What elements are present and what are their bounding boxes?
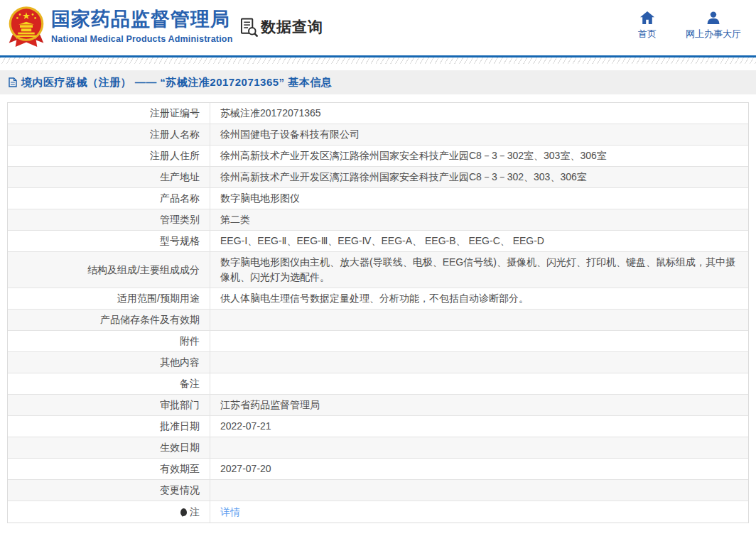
row-label: 生产地址: [8, 167, 210, 187]
detail-link[interactable]: 详情: [220, 505, 240, 520]
table-row: 适用范围/预期用途供人体脑电生理信号数据定量处理、分析功能，不包括自动诊断部分。: [8, 288, 748, 310]
row-value: [210, 373, 748, 394]
row-label: 管理类别: [8, 209, 210, 230]
table-row: 备注: [8, 373, 748, 395]
row-value: 徐州国健电子设备科技有限公司: [210, 124, 748, 145]
row-label: 有效期至: [8, 459, 210, 479]
row-label: 审批部门: [8, 395, 210, 415]
table-row: 注册人住所徐州高新技术产业开发区漓江路徐州国家安全科技产业园C8－3－302室、…: [8, 146, 748, 167]
hatch-strip: [0, 58, 756, 64]
nav-home[interactable]: 首页: [627, 11, 667, 40]
row-value: 苏械注准20172071365: [210, 103, 748, 124]
row-label: 注: [8, 501, 210, 523]
row-label: 生效日期: [8, 437, 210, 458]
note-icon: [180, 508, 187, 516]
row-label: 适用范围/预期用途: [8, 288, 210, 309]
table-row: 生效日期: [8, 437, 748, 459]
row-label: 产品名称: [8, 188, 210, 209]
table-row: 变更情况: [8, 480, 748, 501]
row-label: 变更情况: [8, 480, 210, 501]
national-emblem-icon: [7, 6, 45, 48]
row-value: 数字脑电地形图仪由主机、放大器(导联线、电极、EEG信号线)、摄像机、闪光灯、打…: [210, 252, 748, 288]
table-row: 审批部门江苏省药品监督管理局: [8, 395, 748, 416]
row-label: 注册人名称: [8, 124, 210, 145]
row-label: 结构及组成/主要组成成分: [8, 252, 210, 288]
site-header: 国家药品监督管理局 National Medical Products Admi…: [0, 0, 756, 55]
row-label: 其他内容: [8, 352, 210, 373]
row-value: [210, 480, 748, 501]
row-value: 第二类: [210, 209, 748, 230]
table-row: 注详情: [8, 501, 748, 523]
row-value: [210, 310, 748, 330]
table-row: 附件: [8, 331, 748, 352]
agency-title: 国家药品监督管理局: [51, 9, 233, 31]
table-row: 生产地址徐州高新技术产业开发区漓江路徐州国家安全科技产业园C8－3－302、30…: [8, 167, 748, 188]
row-value: 数字脑电地形图仪: [210, 188, 748, 209]
table-row: 有效期至2027-07-20: [8, 459, 748, 480]
row-value: EEG-Ⅰ、EEG-Ⅱ、EEG-Ⅲ、EEG-Ⅳ、EEG-A、 EEG-B、 EE…: [210, 231, 748, 251]
agency-subtitle: National Medical Products Administration: [51, 34, 233, 44]
agency-title-block: 国家药品监督管理局 National Medical Products Admi…: [51, 9, 233, 44]
nav-service-hall[interactable]: 网上办事大厅: [674, 11, 753, 40]
data-query-label: 数据查询: [261, 17, 323, 37]
table-row: 结构及组成/主要组成成分数字脑电地形图仪由主机、放大器(导联线、电极、EEG信号…: [8, 252, 748, 288]
table-row: 其他内容: [8, 352, 748, 373]
table-row: 产品名称数字脑电地形图仪: [8, 188, 748, 209]
row-value: 徐州高新技术产业开发区漓江路徐州国家安全科技产业园C8－3－302室、303室、…: [210, 146, 748, 166]
registration-info-table: 注册证编号苏械注准20172071365注册人名称徐州国健电子设备科技有限公司注…: [7, 102, 749, 523]
row-value: 江苏省药品监督管理局: [210, 395, 748, 415]
nav-home-label: 首页: [638, 28, 657, 40]
row-label: 附件: [8, 331, 210, 351]
document-search-icon: [240, 18, 258, 37]
row-value: [210, 352, 748, 373]
page-title: 境内医疗器械（注册） —— “苏械注准20172071365” 基本信息: [21, 76, 332, 89]
national-emblem: [7, 6, 45, 51]
nav-service-hall-label: 网上办事大厅: [686, 28, 741, 40]
user-icon: [706, 11, 720, 24]
table-row: 管理类别第二类: [8, 209, 748, 231]
table-row: 批准日期2022-07-21: [8, 416, 748, 437]
data-query-tab[interactable]: 数据查询: [240, 17, 323, 37]
breadcrumb: 境内医疗器械（注册） —— “苏械注准20172071365” 基本信息: [0, 70, 756, 94]
row-label: 注册证编号: [8, 103, 210, 124]
row-label: 备注: [8, 373, 210, 394]
table-row: 产品储存条件及有效期: [8, 310, 748, 331]
table-row: 型号规格EEG-Ⅰ、EEG-Ⅱ、EEG-Ⅲ、EEG-Ⅳ、EEG-A、 EEG-B…: [8, 231, 748, 252]
row-value: 徐州高新技术产业开发区漓江路徐州国家安全科技产业园C8－3－302、303、30…: [210, 167, 748, 187]
table-row: 注册人名称徐州国健电子设备科技有限公司: [8, 124, 748, 146]
row-value: 详情: [210, 501, 748, 523]
row-value: 2022-07-21: [210, 416, 748, 437]
row-label: 注册人住所: [8, 146, 210, 166]
row-value: 供人体脑电生理信号数据定量处理、分析功能，不包括自动诊断部分。: [210, 288, 748, 309]
row-value: 2027-07-20: [210, 459, 748, 479]
row-value: [210, 437, 748, 458]
page-icon: [9, 77, 17, 87]
row-label: 型号规格: [8, 231, 210, 251]
row-label: 批准日期: [8, 416, 210, 437]
row-label: 产品储存条件及有效期: [8, 310, 210, 330]
row-value: [210, 331, 748, 351]
table-row: 注册证编号苏械注准20172071365: [8, 103, 748, 124]
home-icon: [640, 11, 654, 24]
